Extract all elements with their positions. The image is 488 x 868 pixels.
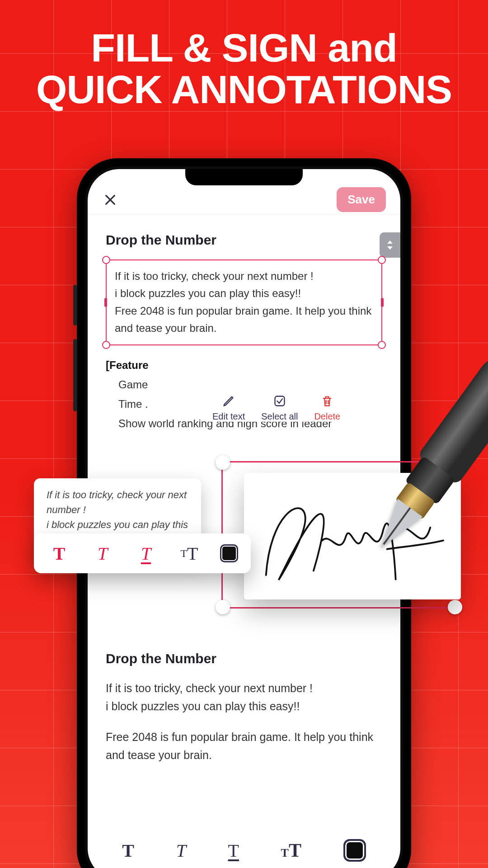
signature-card	[244, 473, 461, 599]
trash-icon	[320, 394, 334, 408]
selected-text-box[interactable]: If it is too tricky, check your next num…	[106, 259, 382, 345]
select-all-button[interactable]: Select all	[261, 394, 298, 422]
expand-button[interactable]	[380, 232, 400, 258]
selection-context-menu: Edit text Select all Delete	[205, 394, 347, 422]
floating-text-toolbar: T T T TT	[34, 533, 251, 573]
signature-icon	[253, 486, 452, 586]
bottom-text-toolbar: T T T TT	[88, 830, 400, 868]
select-all-label: Select all	[261, 411, 298, 422]
bold-button[interactable]: T	[122, 840, 134, 861]
underline-button[interactable]: T	[228, 840, 239, 861]
document-title-2: Drop the Number	[106, 651, 382, 666]
svg-rect-0	[275, 396, 284, 406]
document-title: Drop the Number	[106, 232, 382, 248]
headline-line2: QUICK ANNOTATIONS	[0, 69, 488, 110]
selection-handle-bl[interactable]	[102, 341, 110, 349]
document-block-2: Drop the Number If it is too tricky, che…	[88, 651, 400, 764]
float-size-button[interactable]: TT	[168, 533, 211, 573]
edit-text-button[interactable]: Edit text	[212, 394, 245, 422]
tooltip-line1: If it is too tricky, check your next num…	[47, 487, 188, 517]
text-size-button[interactable]: TT	[281, 840, 301, 861]
phone-notch	[185, 169, 303, 185]
document-body-p1: If it is too tricky, check your next num…	[106, 679, 382, 715]
expand-icon	[385, 239, 394, 251]
document-body-p2: Free 2048 is fun popular brain game. It …	[106, 728, 382, 764]
checkbox-icon	[273, 394, 286, 408]
selection-handle-tl[interactable]	[102, 256, 110, 264]
italic-button[interactable]: T	[176, 840, 186, 861]
delete-label: Delete	[314, 411, 340, 422]
selection-handle-tr[interactable]	[378, 256, 386, 264]
features-heading: [Feature	[106, 355, 382, 375]
float-underline-button[interactable]: T	[124, 533, 168, 573]
float-italic-button[interactable]: T	[81, 533, 124, 573]
marketing-headline: FILL & SIGN and QUICK ANNOTATIONS	[0, 27, 488, 111]
edit-text-label: Edit text	[212, 411, 245, 422]
selection-handle-right[interactable]	[381, 298, 384, 307]
selection-handle-br[interactable]	[378, 341, 386, 349]
close-button[interactable]	[102, 192, 118, 208]
features-line1: Game	[106, 375, 382, 394]
close-icon	[103, 193, 117, 207]
color-picker-button[interactable]	[343, 839, 366, 862]
float-bold-button[interactable]: T	[38, 533, 81, 573]
delete-button[interactable]: Delete	[314, 394, 340, 422]
selection-handle-left[interactable]	[104, 298, 107, 307]
signature-area[interactable]	[221, 461, 465, 610]
save-button[interactable]: Save	[337, 187, 386, 212]
headline-line1: FILL & SIGN and	[0, 27, 488, 69]
pencil-icon	[222, 394, 235, 408]
selected-text: If it is too tricky, check your next num…	[115, 268, 373, 337]
float-color-button[interactable]	[220, 544, 238, 562]
